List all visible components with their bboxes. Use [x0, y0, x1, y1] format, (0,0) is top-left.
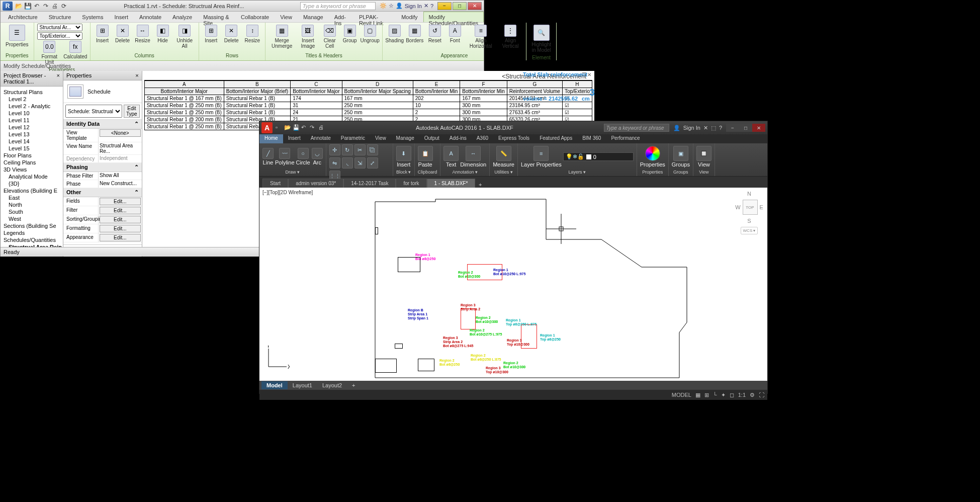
schedule-col-letter[interactable]: B	[224, 81, 290, 88]
polyline-button[interactable]: 〰Polyline	[275, 148, 295, 165]
tree-item[interactable]: Level 15	[2, 145, 62, 152]
acad-tab-home[interactable]: Home	[259, 134, 283, 143]
table-cell[interactable]: 24	[291, 109, 342, 116]
tree-item[interactable]: Level 2	[2, 96, 62, 103]
close-properties-icon[interactable]: ×	[135, 72, 138, 78]
panel-layers-title[interactable]: Layers ▾	[521, 169, 634, 175]
acad-redo-icon[interactable]: ↷	[310, 124, 317, 131]
signin-label[interactable]: Sign In	[405, 3, 422, 9]
borders-button[interactable]: ▦Borders	[406, 24, 424, 44]
tab-modify-schedule[interactable]: Modify Schedule/Quantities	[423, 12, 484, 22]
cat-identity[interactable]: Identity Data⌃	[63, 120, 142, 129]
table-cell[interactable]: 202	[413, 95, 460, 102]
schedule-col-header[interactable]: Bottom/Interior Major (Brief)	[224, 88, 290, 95]
layout-add[interactable]: +	[347, 381, 360, 389]
calculated-button[interactable]: fxCalculated	[64, 40, 87, 60]
table-cell[interactable]: Structural Rebar 1 (B)	[224, 102, 290, 109]
tab-annotate[interactable]: Annotate	[134, 12, 167, 22]
cat-other[interactable]: Other⌃	[63, 188, 142, 197]
tree-item[interactable]: Level 13	[2, 131, 62, 138]
schedule-col-letter[interactable]: D	[342, 81, 413, 88]
insert-image-button[interactable]: 🖼Insert Image	[297, 24, 319, 50]
group-button[interactable]: ▣Group	[341, 24, 359, 44]
schedule-col-letter[interactable]: A	[144, 81, 224, 88]
tab-addins[interactable]: Add-Ins	[329, 12, 353, 22]
file-tab-add[interactable]: +	[475, 182, 485, 188]
current-layer[interactable]: 0	[593, 154, 596, 160]
sync-icon[interactable]: ⟳	[60, 2, 68, 10]
tree-item[interactable]: 3D Views	[2, 166, 62, 173]
open-icon[interactable]: 📂	[15, 2, 23, 10]
fields-edit-button[interactable]: Edit...	[100, 198, 141, 205]
acad-save-icon[interactable]: 💾	[293, 124, 300, 131]
vc-west[interactable]: W	[735, 204, 740, 210]
acad-tab-performance[interactable]: Performance	[606, 134, 645, 143]
highlight-model-button[interactable]: 🔍Highlight in Model	[529, 24, 553, 54]
tree-item[interactable]: Structural Plans	[2, 89, 62, 96]
align-h-button[interactable]: ≡Align Horizontal	[466, 24, 496, 50]
status-osnap-icon[interactable]: ◻	[730, 392, 734, 398]
status-snap-icon[interactable]: ⊞	[704, 392, 709, 398]
table-cell[interactable]: Structural Rebar 1 @ 250 mm (B)	[144, 109, 224, 116]
acad-tab-parametric[interactable]: Parametric	[336, 134, 370, 143]
revit-app-icon[interactable]: R	[3, 2, 13, 11]
close-button[interactable]: ✕	[468, 2, 482, 10]
tab-view[interactable]: View	[275, 12, 298, 22]
table-cell[interactable]: ☑	[562, 109, 592, 116]
panel-annotation-title[interactable]: Annotation ▾	[443, 169, 486, 175]
col-delete-button[interactable]: ✕Delete	[114, 24, 132, 44]
file-tab-slab[interactable]: 1 - SLAB.DXF*	[427, 179, 476, 188]
acad-tab-featured[interactable]: Featured Apps	[534, 134, 577, 143]
view-name-value[interactable]: Structrual Area Re...	[99, 142, 142, 154]
col-hide-button[interactable]: ◧Hide	[154, 24, 172, 44]
acad-search[interactable]: Type a keyword or phrase	[604, 124, 669, 132]
table-cell[interactable]: 31	[291, 102, 342, 109]
row-delete-button[interactable]: ✕Delete	[222, 24, 241, 44]
print-icon[interactable]: 🖨	[51, 2, 59, 10]
filter-edit-button[interactable]: Edit...	[100, 207, 141, 214]
view-button[interactable]: 🔲View	[696, 146, 711, 168]
table-cell[interactable]: Structural Rebar 1 @ 167 mm (B)	[144, 95, 224, 102]
table-cell[interactable]: 167 mm	[342, 95, 413, 102]
redo-icon[interactable]: ↷	[42, 2, 50, 10]
acad-signin-icon[interactable]: 👤	[673, 125, 680, 131]
acad-new-icon[interactable]: ▫	[276, 124, 283, 131]
param-filter-2[interactable]: Top/Exterior...	[37, 32, 82, 40]
tab-insert[interactable]: Insert	[109, 12, 134, 22]
layer-properties-button[interactable]: ≡Layer Properties	[521, 146, 562, 168]
row-resize-button[interactable]: ↕Resize	[243, 24, 262, 44]
acad-tab-manage[interactable]: Manage	[391, 134, 419, 143]
stretch-icon[interactable]: ⇲	[354, 157, 366, 169]
star-icon[interactable]: ☆	[389, 3, 394, 9]
schedule-col-header[interactable]: Bottom/Interior Min	[460, 88, 507, 95]
file-tab-tork[interactable]: for tork	[396, 179, 426, 188]
status-scale[interactable]: 1:1	[738, 392, 746, 398]
layer-lock-icon[interactable]: 🔓	[577, 153, 584, 160]
appearance-edit-button[interactable]: Edit...	[100, 234, 141, 241]
schedule-col-header[interactable]: Bottom/Interior Major Spacing	[342, 88, 413, 95]
status-polar-icon[interactable]: ✦	[721, 392, 726, 398]
tree-item[interactable]: Level 11	[2, 117, 62, 124]
tree-item[interactable]: North	[2, 201, 62, 208]
signin-icon[interactable]: 👤	[396, 3, 403, 9]
copy-icon[interactable]: ⿻	[367, 144, 378, 155]
table-cell[interactable]: 250 mm	[342, 102, 413, 109]
layout-1[interactable]: Layout1	[288, 381, 317, 389]
tree-item[interactable]: Level 10	[2, 110, 62, 117]
measure-button[interactable]: 📏Measure	[493, 146, 514, 168]
status-fullscreen-icon[interactable]: ⛶	[759, 392, 764, 398]
tree-item[interactable]: Level 2 - Analytic	[2, 103, 62, 110]
layer-bulb-icon[interactable]: 💡	[566, 153, 573, 160]
tab-systems[interactable]: Systems	[76, 12, 109, 22]
status-ortho-icon[interactable]: └	[713, 392, 717, 398]
acad-tab-output[interactable]: Output	[419, 134, 444, 143]
table-cell[interactable]: 174	[291, 95, 342, 102]
font-button[interactable]: AFont	[446, 24, 464, 44]
panel-utilities-title[interactable]: Utilities ▾	[493, 169, 514, 175]
schedule-col-header[interactable]: Bottom/Interior Min	[413, 88, 460, 95]
ungroup-button[interactable]: ▢Ungroup	[361, 24, 379, 44]
tab-analyze[interactable]: Analyze	[167, 12, 198, 22]
maximize-button[interactable]: □	[453, 2, 467, 10]
table-cell[interactable]: Structural Rebar 1 @ 200 mm (B)	[144, 116, 224, 123]
acad-tab-addins[interactable]: Add-ins	[444, 134, 472, 143]
